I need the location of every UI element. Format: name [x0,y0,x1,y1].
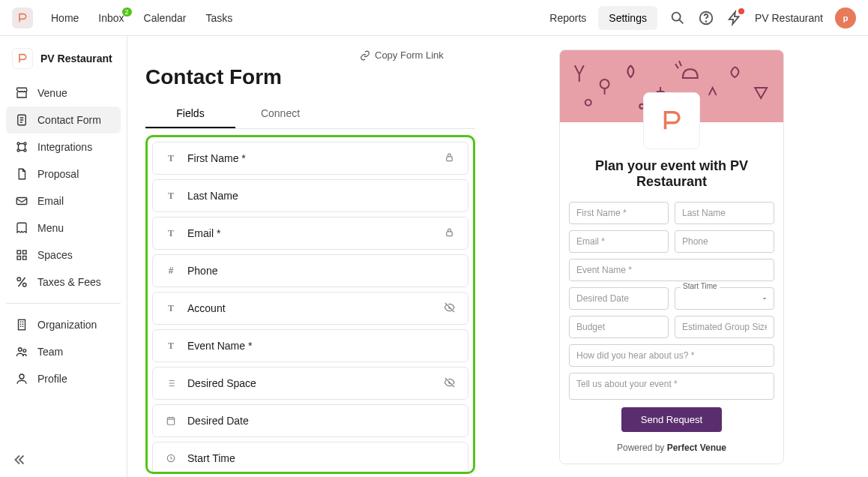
hidden-icon [444,302,457,315]
svg-rect-19 [447,157,453,161]
hear-about-field[interactable] [569,344,774,367]
percent-icon [15,275,28,289]
preview-title: Plan your event with PV Restaurant [569,158,774,190]
field-type-icon [163,376,178,391]
sidebar-item-label: Venue [37,87,67,99]
sidebar-item-proposal[interactable]: Proposal [6,160,121,188]
form-preview-card: Plan your event with PV Restaurant Start… [559,50,784,464]
sidebar-item-label: Team [37,346,63,358]
sidebar-item-venue[interactable]: Venue [6,80,121,106]
svg-point-0 [672,12,681,20]
tab-connect[interactable]: Connect [235,100,325,128]
field-row[interactable]: TEmail * [152,217,468,250]
mail-icon [15,194,28,208]
sidebar-item-integrations[interactable]: Integrations [6,134,121,160]
nav-calendar[interactable]: Calendar [144,12,187,24]
help-icon[interactable] [698,10,714,26]
nav-reports[interactable]: Reports [549,12,586,24]
account-name[interactable]: PV Restaurant [755,12,823,24]
tab-fields[interactable]: Fields [145,100,235,128]
sidebar: PV Restaurant Venue Contact Form Integra… [0,36,127,477]
preview-hero [560,50,783,122]
field-type-icon [163,413,178,428]
phone-field[interactable] [675,230,774,253]
nav-inbox[interactable]: Inbox 2 [98,12,124,24]
nav-tasks[interactable]: Tasks [205,12,232,24]
svg-rect-10 [23,250,27,254]
svg-rect-8 [16,198,27,205]
collapse-sidebar-icon[interactable] [10,452,27,468]
sidebar-item-email[interactable]: Email [6,188,121,214]
svg-point-7 [24,149,26,152]
field-row[interactable]: TAccount [152,292,468,325]
sidebar-item-spaces[interactable]: Spaces [6,242,121,268]
field-row[interactable]: #Phone [152,254,468,287]
send-request-button[interactable]: Send Request [621,407,722,432]
field-row[interactable]: Start Time [152,442,468,474]
preview-logo [643,92,700,149]
powered-by: Powered by Perfect Venue [569,442,774,453]
sidebar-item-profile[interactable]: Profile [6,365,121,392]
lock-icon [444,226,457,240]
last-name-field[interactable] [675,202,774,224]
field-row[interactable]: TFirst Name * [152,142,468,175]
brand-logo[interactable] [12,8,33,28]
tell-us-field[interactable] [569,373,774,400]
svg-rect-21 [167,418,174,424]
fields-list: TFirst Name *TLast NameTEmail *#PhoneTAc… [145,135,475,474]
sidebar-item-team[interactable]: Team [6,338,121,365]
avatar[interactable]: p [835,8,856,28]
nav-inbox-label: Inbox [98,12,124,24]
svg-rect-15 [19,320,25,330]
sidebar-item-label: Organization [37,319,97,331]
svg-rect-20 [447,232,453,236]
activity-icon[interactable] [726,10,743,26]
field-label: Desired Date [187,415,457,427]
field-type-icon [163,451,178,466]
sidebar-item-contact-form[interactable]: Contact Form [6,106,121,134]
field-row[interactable]: TLast Name [152,179,468,212]
lock-icon [444,152,457,165]
sidebar-item-label: Integrations [37,141,92,153]
nav-home[interactable]: Home [51,12,79,24]
document-icon [15,167,28,181]
settings-button[interactable]: Settings [598,6,657,30]
desired-date-field[interactable] [569,287,669,310]
event-name-field[interactable] [569,259,774,281]
field-label: Desired Space [187,377,435,389]
sidebar-item-menu[interactable]: Menu [6,214,121,242]
search-icon[interactable] [669,10,686,26]
svg-point-14 [23,284,27,287]
field-row[interactable]: TEvent Name * [152,329,468,362]
budget-field[interactable] [569,316,669,338]
sidebar-item-label: Contact Form [37,114,101,126]
first-name-field[interactable] [569,202,669,224]
svg-point-17 [23,350,26,352]
svg-rect-9 [17,250,21,254]
group-size-field[interactable] [675,316,774,338]
sidebar-item-label: Profile [37,373,67,385]
svg-point-13 [17,278,21,281]
powered-brand[interactable]: Perfect Venue [667,442,726,453]
sidebar-item-label: Email [37,195,64,207]
field-row[interactable]: Desired Date [152,404,468,437]
sidebar-item-organization[interactable]: Organization [6,311,121,338]
copy-form-link[interactable]: Copy Form Link [360,50,475,61]
team-icon [15,345,28,358]
start-time-label: Start Time [681,282,720,290]
activity-dot [738,8,744,14]
field-type-icon: T [163,338,178,353]
svg-point-5 [24,142,26,145]
field-label: Last Name [187,190,457,202]
copy-link-label: Copy Form Link [375,50,444,61]
start-time-select[interactable] [675,287,774,310]
sidebar-item-taxes[interactable]: Taxes & Fees [6,268,121,296]
field-row[interactable]: Desired Space [152,367,468,400]
svg-point-4 [17,142,19,145]
hidden-icon [444,376,457,390]
email-field[interactable] [569,230,669,253]
svg-rect-11 [17,256,21,260]
field-label: Start Time [187,452,457,464]
sidebar-item-label: Taxes & Fees [37,276,101,288]
field-type-icon: T [163,301,178,316]
